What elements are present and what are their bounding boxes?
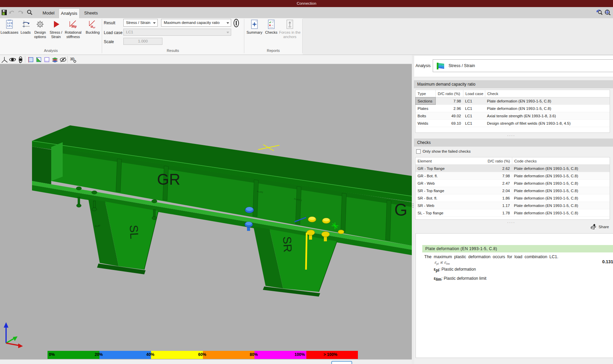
scale-label-0: 0%: [49, 352, 55, 357]
section-resize-grip[interactable]: ····: [507, 221, 515, 223]
deformed-shape-toggle-icon[interactable]: [233, 19, 239, 28]
loads-button[interactable]: Loads: [19, 19, 32, 35]
hide-icon[interactable]: [59, 56, 67, 63]
scale-label-60: 60%: [198, 352, 206, 357]
share-icon: [590, 223, 597, 230]
table-row[interactable]: SR - Web 1.17 Plate deformation (EN 1993…: [416, 202, 610, 209]
search-icon[interactable]: [26, 9, 33, 16]
tab-sheets[interactable]: Sheets: [83, 8, 99, 18]
zoom-rotate-icon[interactable]: [596, 9, 603, 16]
scale-segment-yellow: [151, 351, 203, 359]
detail-check-value: 0.131: [602, 259, 613, 264]
redo-icon[interactable]: [17, 9, 24, 16]
analysis-panel: Analysis Stress / Strain Maximum demand …: [414, 55, 613, 364]
analysis-type-dropdown[interactable]: Stress / Strain: [433, 59, 613, 72]
label-girder-right: G: [394, 201, 407, 219]
panel-splitter[interactable]: •••: [412, 55, 414, 364]
svg-text:3D: 3D: [70, 57, 74, 61]
group-caption-analysis: Analysis: [0, 49, 102, 54]
loadcases-icon: 1.2 D 1.6 L: [5, 19, 14, 29]
checks-table: Element D/C ratio (%) Code checks GR - T…: [415, 157, 610, 220]
group-caption-reports: Reports: [244, 49, 303, 54]
stub-left: [88, 199, 158, 274]
detail-body-text: The maximum plastic deformation occurs f…: [424, 254, 606, 259]
analysis-selector-card: Analysis Stress / Strain: [414, 56, 613, 77]
checks-header-row: Element D/C ratio (%) Code checks: [416, 157, 610, 165]
table-row[interactable]: GR - Top flange 2.62 Plate deformation (…: [416, 165, 610, 172]
table-row[interactable]: Bolts 49.02 LC1 Axial tensile strength (…: [416, 112, 610, 120]
3d-settings-icon[interactable]: 3D: [69, 56, 77, 63]
table-row[interactable]: Sections 7.98 LC1 Plate deformation (EN …: [416, 97, 610, 105]
table-row[interactable]: SR - Top flange 2.04 Plate deformation (…: [416, 187, 610, 194]
mdcr-section-header: Maximum demand capacity ratio: [414, 80, 613, 88]
result-type-dropdown[interactable]: Stress / Strain: [123, 19, 158, 27]
table-row[interactable]: SR - Bot. fl. 1.86 Plate deformation (EN…: [416, 194, 610, 202]
share-button[interactable]: Share: [590, 223, 609, 230]
scale-label-80: 80%: [250, 352, 258, 357]
loadcases-button[interactable]: 1.2 D 1.6 L Loadcases: [0, 19, 19, 35]
table-row[interactable]: Plates 2.96 LC1 Plate deformation (EN 19…: [416, 105, 610, 112]
cutoff-button[interactable]: [331, 361, 352, 364]
design-options-button[interactable]: Design options: [32, 19, 48, 39]
rotational-stiffness-button[interactable]: Mφ Rotational stiffness: [63, 19, 83, 39]
scale-label-100: 100%: [295, 352, 305, 357]
scale-label-20: 20%: [95, 352, 103, 357]
analysis-selector-label: Analysis: [416, 63, 431, 68]
scale-label: Scale: [104, 39, 114, 44]
summary-icon: [250, 19, 259, 29]
forces-anchors-button[interactable]: Forces in the anchors: [279, 19, 301, 39]
scale-input[interactable]: 1.000: [123, 38, 162, 45]
load-case-dropdown[interactable]: LC1: [123, 29, 231, 36]
render-mode-icon[interactable]: [35, 56, 42, 63]
layers-icon[interactable]: [51, 56, 59, 63]
table-row[interactable]: GR - Bot. fl. 7.98 Plate deformation (EN…: [416, 172, 610, 180]
orbit-horizontal-icon[interactable]: [9, 56, 16, 63]
scale-label-40: 40%: [146, 352, 154, 357]
tab-analysis[interactable]: Analysis: [59, 8, 80, 18]
save-icon[interactable]: [1, 9, 8, 16]
scale-segment-green: [48, 351, 99, 359]
window-title: Connection: [297, 1, 316, 5]
transparency-icon[interactable]: [43, 56, 51, 63]
label-stub-right: SR: [281, 236, 294, 252]
result-label: Result: [104, 21, 115, 25]
checks-report-button[interactable]: Checks: [264, 19, 279, 35]
svg-text:cr: cr: [93, 26, 96, 29]
section-resize-grip[interactable]: ····: [507, 134, 515, 136]
check-detail-card: Plate deformation (EN 1993-1-5, C.8) The…: [416, 233, 613, 358]
rotational-stiffness-icon: Mφ: [68, 19, 78, 29]
zoom-fit-icon[interactable]: [604, 9, 611, 16]
undo-icon[interactable]: [9, 9, 16, 16]
window-titlebar: Connection: [0, 0, 613, 7]
menu-bar: Model Analysis Sheets: [0, 7, 613, 18]
ribbon-empty-area: [303, 18, 613, 55]
axes-icon[interactable]: [1, 56, 8, 63]
failed-checks-checkbox[interactable]: [416, 149, 421, 154]
viewport-toolbar: 3D: [0, 55, 412, 64]
tab-model[interactable]: Model: [40, 8, 57, 18]
yellow-result-line: [306, 233, 307, 270]
section-view-icon[interactable]: [27, 56, 34, 63]
coordinate-triad: [4, 322, 23, 348]
result-mode-dropdown[interactable]: Maximum demand capacity ratio: [161, 19, 231, 27]
detail-def-plastic-deformation: εpl: Plastic deformation: [434, 267, 476, 273]
table-row[interactable]: Welds 69.10 LC1 Design strength of fille…: [416, 120, 610, 127]
girder-web-end-face: [51, 142, 63, 181]
failed-checks-label: Only show the failed checks: [423, 149, 471, 153]
viewport-3d[interactable]: GR G SL SR FLAT PLATE PLATE 5: [0, 64, 412, 359]
3d-model: GR G SL SR FLAT PLATE PLATE 5: [0, 64, 412, 359]
buckling-button[interactable]: α cr Buckling: [84, 19, 102, 35]
table-row[interactable]: GR - Web 2.47 Plate deformation (EN 1993…: [416, 180, 610, 187]
orbit-vertical-icon[interactable]: [17, 56, 24, 63]
detail-def-plastic-deformation-limit: εlim: Plastic deformation limit: [434, 276, 486, 282]
load-case-label: Load case: [104, 30, 122, 35]
buckling-icon: α cr: [88, 19, 97, 29]
stress-strain-run-button[interactable]: Stress / Strain: [48, 19, 64, 39]
scale-segment-blue: [99, 351, 151, 359]
summary-button[interactable]: Summary: [245, 19, 264, 35]
scale-segment-orange: [203, 351, 255, 359]
label-girder: GR: [157, 171, 180, 188]
stress-strain-flag-icon: [436, 62, 445, 70]
table-row[interactable]: SL - Top flange 1.78 Plate deformation (…: [416, 209, 610, 217]
svg-text:1.6 L: 1.6 L: [7, 25, 12, 27]
